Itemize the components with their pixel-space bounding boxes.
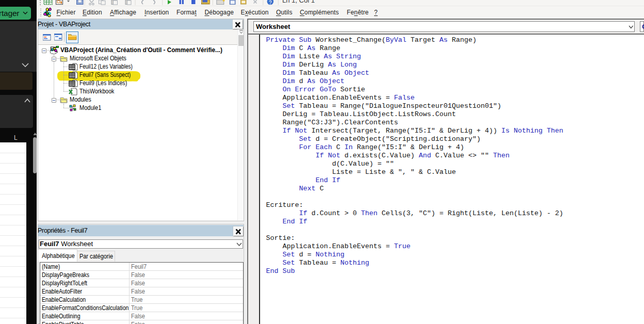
svg-text:?: ? (269, 0, 272, 6)
